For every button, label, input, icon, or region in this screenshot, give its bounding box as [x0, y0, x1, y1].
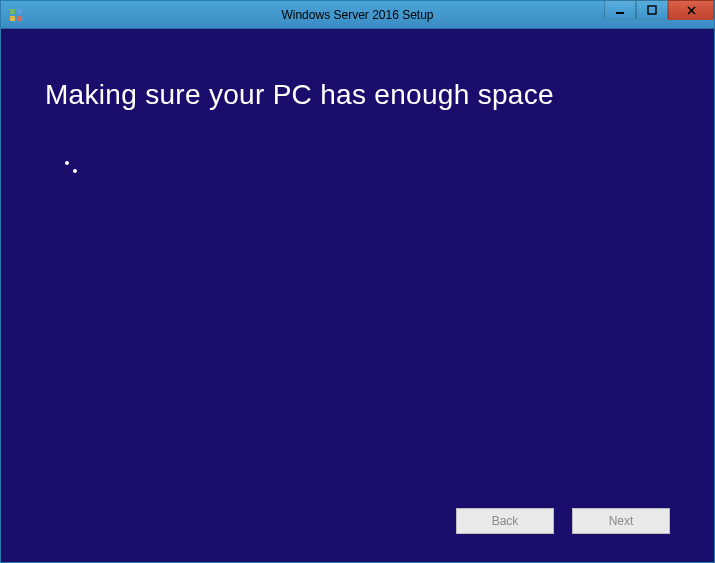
- page-heading: Making sure your PC has enough space: [45, 79, 670, 111]
- window-controls: [604, 1, 714, 28]
- minimize-button[interactable]: [604, 0, 636, 20]
- svg-rect-3: [17, 16, 22, 21]
- setup-window: Windows Server 2016 Setup Making sure y: [0, 0, 715, 563]
- maximize-button[interactable]: [636, 0, 668, 20]
- minimize-icon: [615, 5, 625, 15]
- back-button[interactable]: Back: [456, 508, 554, 534]
- svg-rect-1: [17, 9, 22, 14]
- footer-nav: Back Next: [45, 508, 670, 534]
- spinner-dot-icon: [73, 169, 77, 173]
- content-area: Making sure your PC has enough space Bac…: [1, 29, 714, 562]
- svg-rect-0: [10, 9, 15, 14]
- maximize-icon: [647, 5, 657, 15]
- next-button[interactable]: Next: [572, 508, 670, 534]
- spinner-dot-icon: [65, 161, 69, 165]
- svg-rect-2: [10, 16, 15, 21]
- close-icon: [686, 5, 697, 16]
- titlebar[interactable]: Windows Server 2016 Setup: [1, 1, 714, 29]
- svg-rect-5: [648, 6, 656, 14]
- app-icon: [7, 6, 25, 24]
- close-button[interactable]: [668, 0, 714, 20]
- progress-spinner: [57, 157, 87, 187]
